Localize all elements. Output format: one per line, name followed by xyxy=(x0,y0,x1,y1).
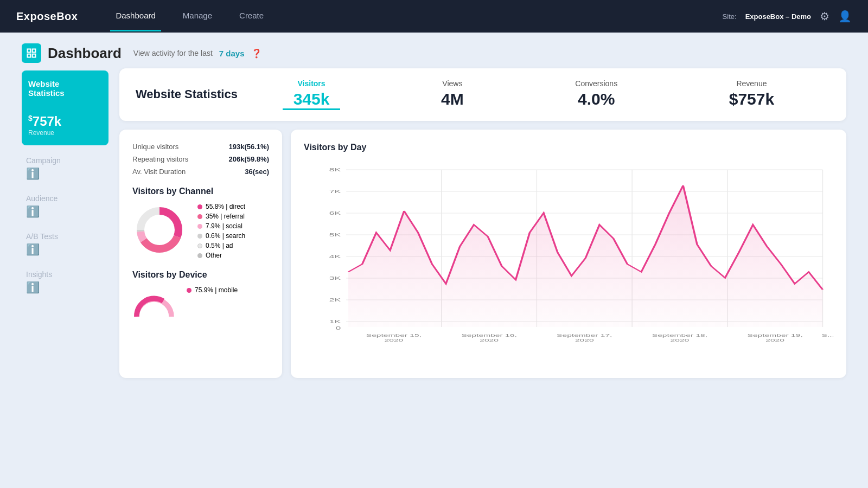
unique-visitors-value: 193k(56.1%) xyxy=(229,143,269,151)
svg-text:September 19,: September 19, xyxy=(747,333,802,338)
bottom-panels: Unique visitors 193k(56.1%) Repeating vi… xyxy=(119,130,846,378)
metric-conversions-value: 4.0% xyxy=(575,90,617,108)
visit-duration-label: Av. Visit Duration xyxy=(132,168,186,176)
nav-link-manage[interactable]: Manage xyxy=(177,1,218,31)
svg-text:3K: 3K xyxy=(329,275,341,281)
sidebar-active-sub: Revenue xyxy=(28,129,102,137)
visitors-by-day-chart: 8K 7K 6K 5K 4K 3K 2K 1K 0 xyxy=(304,159,833,343)
sidebar-section-insights: Insights ℹ️ xyxy=(22,259,108,297)
topnav-right: Site: ExposeBox – Demo ⚙ 👤 xyxy=(723,10,852,23)
legend-label-direct: 55.8% | direct xyxy=(206,203,245,210)
metric-revenue-label: Revenue xyxy=(729,79,774,88)
svg-rect-3 xyxy=(33,54,36,57)
svg-text:7K: 7K xyxy=(329,189,341,194)
repeating-visitors-label: Repeating visitors xyxy=(132,155,188,163)
repeating-visitors-value: 206k(59.8%) xyxy=(229,155,269,163)
sidebar-label-audience: Audience xyxy=(26,194,104,203)
channel-donut-chart xyxy=(132,203,187,257)
svg-text:September 15,: September 15, xyxy=(366,333,422,338)
sidebar-item-website-statistics[interactable]: WebsiteStatistics $757k Revenue xyxy=(22,70,108,145)
legend-item-social: 7.9% | social xyxy=(197,222,245,230)
metric-visitors-label: Visitors xyxy=(293,79,330,88)
legend-label-referral: 35% | referral xyxy=(206,213,245,220)
svg-text:September 17,: September 17, xyxy=(557,333,612,338)
metric-visitors[interactable]: Visitors 345k xyxy=(283,79,341,110)
visitor-stat-row-duration: Av. Visit Duration 36(sec) xyxy=(132,168,269,176)
nav-link-create[interactable]: Create xyxy=(234,1,269,31)
svg-text:2020: 2020 xyxy=(575,338,594,343)
device-donut-chart xyxy=(132,286,176,330)
help-icon[interactable]: ❓ xyxy=(251,48,262,59)
stats-section: Website Statistics Visitors 345k Views 4… xyxy=(119,68,846,378)
sidebar: WebsiteStatistics $757k Revenue Campaign… xyxy=(22,68,108,378)
audience-info-icon[interactable]: ℹ️ xyxy=(26,206,40,217)
visitor-stat-row-unique: Unique visitors 193k(56.1%) xyxy=(132,143,269,151)
right-panel: Visitors by Day 8K 7K xyxy=(291,130,846,378)
svg-text:September 16,: September 16, xyxy=(461,333,516,338)
device-legend: 75.9% | mobile xyxy=(187,286,238,294)
campaign-info-icon[interactable]: ℹ️ xyxy=(26,168,40,179)
sidebar-active-label: WebsiteStatistics xyxy=(28,79,102,98)
sidebar-label-insights: Insights xyxy=(26,270,104,279)
svg-text:2020: 2020 xyxy=(480,338,499,343)
svg-text:2020: 2020 xyxy=(765,338,784,343)
sidebar-section-campaign: Campaign ℹ️ xyxy=(22,145,108,183)
svg-text:1K: 1K xyxy=(329,319,341,324)
metric-views-value: 4M xyxy=(441,90,464,108)
visit-duration-value: 36(sec) xyxy=(245,168,269,176)
svg-rect-2 xyxy=(28,54,31,57)
svg-text:0: 0 xyxy=(336,325,341,331)
metric-revenue[interactable]: Revenue $757k xyxy=(718,79,785,110)
svg-text:4K: 4K xyxy=(329,254,341,259)
metric-views[interactable]: Views 4M xyxy=(430,79,475,110)
visitor-stat-row-repeating: Repeating visitors 206k(59.8%) xyxy=(132,155,269,163)
main-content: WebsiteStatistics $757k Revenue Campaign… xyxy=(0,68,868,389)
sidebar-label-campaign: Campaign xyxy=(26,156,104,165)
svg-text:S...: S... xyxy=(822,333,833,338)
stats-card-title: Website Statistics xyxy=(136,87,238,101)
days-selector[interactable]: 7 days xyxy=(219,49,245,58)
legend-item-ad: 0.5% | ad xyxy=(197,242,245,249)
sidebar-label-abtests: A/B Tests xyxy=(26,232,104,241)
metric-conversions-label: Conversions xyxy=(575,79,617,88)
insights-info-icon[interactable]: ℹ️ xyxy=(26,281,40,293)
nav-link-dashboard[interactable]: Dashboard xyxy=(110,1,161,31)
site-name: ExposeBox – Demo xyxy=(745,12,811,21)
legend-label-social: 7.9% | social xyxy=(206,222,242,230)
metric-revenue-value: $757k xyxy=(729,90,774,108)
nav-links: Dashboard Manage Create xyxy=(110,1,700,31)
stats-card: Website Statistics Visitors 345k Views 4… xyxy=(119,68,846,121)
settings-icon[interactable]: ⚙ xyxy=(820,10,829,23)
user-icon[interactable]: 👤 xyxy=(838,10,852,23)
sidebar-active-value: $757k xyxy=(28,114,102,129)
unique-visitors-label: Unique visitors xyxy=(132,143,178,151)
legend-dot-direct xyxy=(197,204,202,209)
svg-text:8K: 8K xyxy=(329,167,341,172)
metric-views-label: Views xyxy=(441,79,464,88)
page-title: Dashboard xyxy=(48,45,122,62)
legend-item-search: 0.6% | search xyxy=(197,232,245,240)
legend-label-search: 0.6% | search xyxy=(206,232,245,240)
legend-dot-ad xyxy=(197,243,202,248)
legend-dot-other xyxy=(197,253,202,258)
legend-dot-mobile xyxy=(187,288,192,293)
site-label: Site: xyxy=(723,12,737,21)
legend-item-direct: 55.8% | direct xyxy=(197,203,245,210)
abtests-info-icon[interactable]: ℹ️ xyxy=(26,243,40,255)
stats-title-block: Website Statistics xyxy=(136,87,238,101)
metric-conversions[interactable]: Conversions 4.0% xyxy=(564,79,628,110)
sidebar-section-audience: Audience ℹ️ xyxy=(22,183,108,221)
legend-item-mobile: 75.9% | mobile xyxy=(187,286,238,294)
left-panel: Unique visitors 193k(56.1%) Repeating vi… xyxy=(119,130,282,378)
legend-dot-search xyxy=(197,234,202,239)
sidebar-section-abtests: A/B Tests ℹ️ xyxy=(22,221,108,259)
svg-text:2020: 2020 xyxy=(385,338,404,343)
svg-text:6K: 6K xyxy=(329,210,341,216)
svg-text:5K: 5K xyxy=(329,232,341,237)
channel-donut-row: 55.8% | direct 35% | referral 7.9% | soc… xyxy=(132,203,269,259)
legend-dot-social xyxy=(197,224,202,229)
legend-label-other: Other xyxy=(206,252,222,259)
chart-area: 8K 7K 6K 5K 4K 3K 2K 1K 0 xyxy=(304,159,833,365)
page-header: Dashboard View activity for the last 7 d… xyxy=(0,33,868,68)
app-logo: ExposeBox xyxy=(16,10,78,23)
